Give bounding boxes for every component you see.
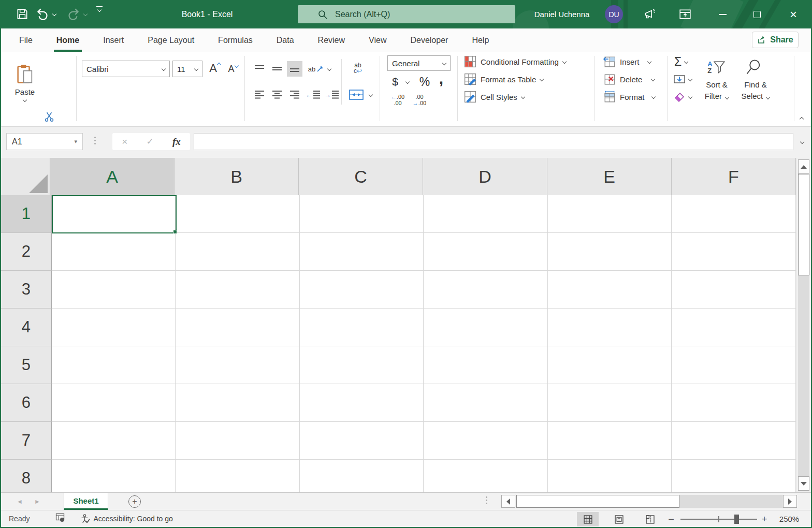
font-size-select[interactable]: 11 xyxy=(172,61,202,77)
scroll-right-button[interactable] xyxy=(783,495,797,508)
autosum-button[interactable]: Σ xyxy=(674,55,688,68)
cell-A4[interactable] xyxy=(52,309,176,346)
tab-home[interactable]: Home xyxy=(48,28,88,52)
tab-developer[interactable]: Developer xyxy=(401,28,457,52)
column-header-B[interactable]: B xyxy=(175,158,299,195)
cell-A7[interactable] xyxy=(52,422,176,460)
cell-styles-button[interactable]: Cell Styles xyxy=(464,90,525,104)
row-header-7[interactable]: 7 xyxy=(1,422,52,460)
column-header-E[interactable]: E xyxy=(547,158,672,195)
cell-C5[interactable] xyxy=(300,346,424,384)
tab-file[interactable]: File xyxy=(10,28,41,52)
format-cells-button[interactable]: Format xyxy=(603,90,655,104)
row-header-5[interactable]: 5 xyxy=(1,346,52,384)
minimize-button[interactable] xyxy=(706,0,739,28)
row-header-6[interactable]: 6 xyxy=(1,384,52,422)
customize-quick-access-toolbar-button[interactable] xyxy=(96,6,103,22)
vertical-scroll-track[interactable] xyxy=(798,275,809,476)
cell-F2[interactable] xyxy=(672,233,796,271)
row-header-3[interactable]: 3 xyxy=(1,271,52,309)
paste-button[interactable]: Paste xyxy=(10,58,39,107)
cell-D2[interactable] xyxy=(424,233,548,271)
cell-C2[interactable] xyxy=(300,233,424,271)
cell-D8[interactable] xyxy=(424,460,548,492)
tab-page-layout[interactable]: Page Layout xyxy=(139,28,203,52)
tab-formulas[interactable]: Formulas xyxy=(209,28,262,52)
cell-D5[interactable] xyxy=(424,346,548,384)
accessibility-checker-button[interactable]: Accessibility: Good to go xyxy=(80,514,172,524)
cell-E8[interactable] xyxy=(548,460,672,492)
page-break-preview-button[interactable] xyxy=(639,512,661,526)
cell-B5[interactable] xyxy=(176,346,300,384)
cell-C1[interactable] xyxy=(300,195,424,233)
cell-B3[interactable] xyxy=(176,271,300,309)
zoom-in-button[interactable]: + xyxy=(759,515,770,524)
cell-A5[interactable] xyxy=(52,346,176,384)
account-name[interactable]: Daniel Uchenna xyxy=(523,0,601,28)
horizontal-scroll-thumb[interactable] xyxy=(516,495,679,508)
cell-E1[interactable] xyxy=(548,195,672,233)
maximize-button[interactable] xyxy=(741,0,774,28)
align-right-button[interactable] xyxy=(287,87,302,102)
close-button[interactable]: × xyxy=(777,0,810,28)
conditional-formatting-button[interactable]: Conditional Formatting xyxy=(464,55,566,68)
name-box[interactable]: A1 ▾ xyxy=(6,133,83,150)
cell-B7[interactable] xyxy=(176,422,300,460)
enter-button[interactable]: ✓ xyxy=(147,136,154,147)
cell-F4[interactable] xyxy=(672,309,796,346)
name-box-resizer[interactable] xyxy=(94,137,96,144)
redo-menu-chevron-icon[interactable] xyxy=(83,12,88,16)
number-format-select[interactable]: General xyxy=(387,55,451,71)
cell-F6[interactable] xyxy=(672,384,796,422)
fill-button[interactable] xyxy=(673,72,692,86)
cell-F1[interactable] xyxy=(672,195,796,233)
column-header-D[interactable]: D xyxy=(423,158,547,195)
fill-handle[interactable] xyxy=(173,230,177,234)
new-sheet-button[interactable]: + xyxy=(128,495,141,508)
middle-align-button[interactable] xyxy=(269,61,285,77)
scroll-left-button[interactable] xyxy=(501,495,515,508)
row-header-4[interactable]: 4 xyxy=(1,309,52,346)
comma-style-button[interactable]: , xyxy=(435,70,447,87)
insert-function-button[interactable]: fx xyxy=(172,136,181,148)
cell-B1[interactable] xyxy=(176,195,300,233)
cell-A2[interactable] xyxy=(52,233,176,271)
tab-help[interactable]: Help xyxy=(463,28,498,52)
sort-filter-label[interactable]: Sort & Filter xyxy=(698,79,736,102)
cell-D6[interactable] xyxy=(424,384,548,422)
cell-C7[interactable] xyxy=(300,422,424,460)
page-layout-view-button[interactable] xyxy=(608,512,630,526)
cell-D7[interactable] xyxy=(424,422,548,460)
vertical-scroll-thumb[interactable] xyxy=(798,174,809,275)
share-button[interactable]: Share xyxy=(752,32,799,48)
cell-A6[interactable] xyxy=(52,384,176,422)
orientation-menu-button[interactable] xyxy=(325,61,334,77)
wrap-text-button[interactable]: ab c↩ xyxy=(347,59,369,78)
cell-F7[interactable] xyxy=(672,422,796,460)
cell-E7[interactable] xyxy=(548,422,672,460)
cell-D3[interactable] xyxy=(424,271,548,309)
font-family-select[interactable]: Calibri xyxy=(82,61,170,77)
redo-button[interactable] xyxy=(66,6,87,22)
row-header-2[interactable]: 2 xyxy=(1,233,52,271)
cell-D1[interactable] xyxy=(424,195,548,233)
tab-data[interactable]: Data xyxy=(268,28,303,52)
cell-A8[interactable] xyxy=(52,460,176,492)
increase-indent-button[interactable]: → xyxy=(323,87,340,102)
cell-E2[interactable] xyxy=(548,233,672,271)
cell-E5[interactable] xyxy=(548,346,672,384)
formula-input[interactable] xyxy=(194,133,793,150)
tab-review[interactable]: Review xyxy=(309,28,354,52)
decrease-decimal-button[interactable]: ←.00 .00 xyxy=(388,92,407,108)
decrease-indent-button[interactable]: ← xyxy=(304,87,321,102)
format-as-table-button[interactable]: Format as Table xyxy=(464,72,543,86)
cell-E6[interactable] xyxy=(548,384,672,422)
cell-B8[interactable] xyxy=(176,460,300,492)
collapse-ribbon-button[interactable] xyxy=(795,113,808,125)
row-header-1[interactable]: 1 xyxy=(1,195,52,233)
cell-F5[interactable] xyxy=(672,346,796,384)
select-all-button[interactable] xyxy=(1,158,50,195)
cut-button[interactable] xyxy=(42,110,56,123)
tab-insert[interactable]: Insert xyxy=(94,28,133,52)
column-header-A[interactable]: A xyxy=(50,158,175,195)
